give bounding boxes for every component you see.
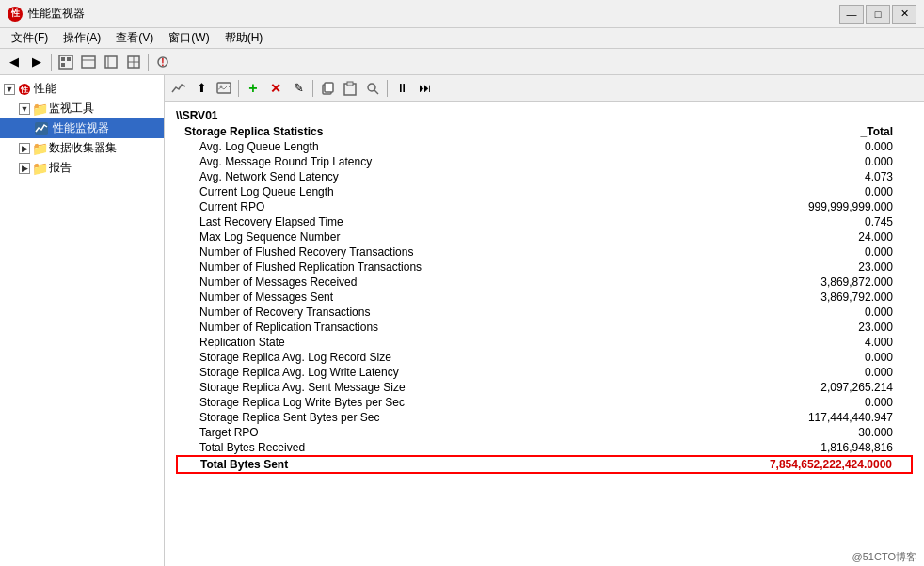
svg-rect-1 <box>61 57 65 61</box>
row-value: 4.000 <box>618 335 912 350</box>
panel-toolbar: ⬆ + ✕ ✎ ⏸ ⏭ <box>165 75 924 102</box>
expand-reports-icon[interactable]: ▶ <box>19 163 30 174</box>
menu-window[interactable]: 窗口(W) <box>161 28 216 48</box>
close-button[interactable]: ✕ <box>892 5 916 24</box>
image-btn[interactable] <box>214 78 234 99</box>
tree-item-monitor-tools[interactable]: ▼ 📁 监视工具 <box>0 99 164 118</box>
search-btn[interactable] <box>362 78 383 99</box>
toolbar-separator-1 <box>51 54 52 71</box>
window-controls: — □ ✕ <box>839 5 916 24</box>
row-name: Number of Replication Transactions <box>177 320 618 335</box>
menu-action[interactable]: 操作(A) <box>56 28 108 48</box>
toolbar-btn-2[interactable] <box>78 52 99 72</box>
table-row: Number of Flushed Replication Transactio… <box>177 259 912 275</box>
toolbar-btn-4[interactable] <box>123 52 144 72</box>
fastforward-btn[interactable]: ⏭ <box>414 78 435 99</box>
table-row: Target RPO30.000 <box>177 425 912 440</box>
panel-sep-2 <box>312 80 313 97</box>
category-header: Storage Replica Statistics <box>177 124 618 139</box>
row-value: 24.000 <box>618 229 912 244</box>
delete-counter-btn[interactable]: ✕ <box>265 78 286 99</box>
expand-monitor-icon[interactable]: ▼ <box>19 103 30 115</box>
expand-datacollector-icon[interactable]: ▶ <box>19 143 30 154</box>
row-value: 7,854,652,222,424.0000 <box>618 456 912 473</box>
row-name: Number of Flushed Recovery Transactions <box>177 244 618 259</box>
row-name: Current RPO <box>177 199 618 214</box>
tree-root-performance[interactable]: ▼ 性 性能 <box>0 79 164 99</box>
table-row: Total Bytes Received1,816,948,816 <box>177 440 912 456</box>
row-value: 30.000 <box>618 425 912 440</box>
paste-btn[interactable] <box>340 78 360 99</box>
window-title: 性能监视器 <box>28 6 839 22</box>
row-name: Last Recovery Elapsed Time <box>177 214 618 229</box>
table-row: Replication State4.000 <box>177 335 912 350</box>
table-row: Number of Replication Transactions23.000 <box>177 320 912 335</box>
add-counter-btn[interactable]: + <box>243 78 263 99</box>
copy-btn[interactable] <box>317 78 338 99</box>
monitor-tools-icon: 📁 <box>32 102 47 117</box>
table-row: Storage Replica Avg. Log Write Latency0.… <box>177 365 912 380</box>
chart-type-btn[interactable] <box>168 78 189 99</box>
row-value: 117,444,440.947 <box>618 410 912 425</box>
table-row: Storage Replica Sent Bytes per Sec117,44… <box>177 410 912 425</box>
forward-button[interactable]: ▶ <box>26 52 47 72</box>
row-value: 2,097,265.214 <box>618 380 912 395</box>
data-collector-icon: 📁 <box>32 141 47 156</box>
row-name: Number of Messages Sent <box>177 290 618 305</box>
tree-perfmon-label: 性能监视器 <box>53 120 109 136</box>
menu-view[interactable]: 查看(V) <box>108 28 161 48</box>
maximize-button[interactable]: □ <box>866 5 890 24</box>
svg-point-22 <box>368 84 375 91</box>
row-value: 0.000 <box>618 139 912 154</box>
minimize-button[interactable]: — <box>839 5 864 24</box>
row-name: Storage Replica Avg. Sent Message Size <box>177 380 618 395</box>
row-name: Total Bytes Sent <box>177 456 618 473</box>
title-bar: 性 性能监视器 — □ ✕ <box>0 0 924 28</box>
table-row: Number of Messages Sent3,869,792.000 <box>177 290 912 305</box>
table-row: Avg. Message Round Trip Latency0.000 <box>177 154 912 169</box>
menu-bar: 文件(F) 操作(A) 查看(V) 窗口(W) 帮助(H) <box>0 28 924 49</box>
row-value: 0.000 <box>618 350 912 365</box>
row-name: Total Bytes Received <box>177 440 618 456</box>
row-name: Avg. Log Queue Length <box>177 139 618 154</box>
performance-icon: 性 <box>17 82 32 97</box>
svg-text:性: 性 <box>20 86 29 94</box>
svg-rect-16 <box>217 83 231 93</box>
row-name: Number of Recovery Transactions <box>177 305 618 320</box>
row-value: 3,869,872.000 <box>618 275 912 290</box>
stats-table: Storage Replica Statistics _Total Avg. L… <box>176 124 913 474</box>
left-panel: ▼ 性 性能 ▼ 📁 监视工具 性能监视器 ▶ 📁 数据收集器集 ▶ <box>0 75 165 566</box>
table-row: Avg. Log Queue Length0.000 <box>177 139 912 154</box>
table-row: Number of Recovery Transactions0.000 <box>177 305 912 320</box>
toolbar-btn-5[interactable]: ! <box>152 52 173 72</box>
row-value: 0.745 <box>618 214 912 229</box>
main-toolbar: ◀ ▶ ! <box>0 49 924 75</box>
up-btn[interactable]: ⬆ <box>191 78 212 99</box>
edit-counter-btn[interactable]: ✎ <box>288 78 309 99</box>
back-button[interactable]: ◀ <box>4 52 24 72</box>
panel-sep-1 <box>238 80 239 97</box>
svg-rect-3 <box>61 63 65 67</box>
row-value: 23.000 <box>618 320 912 335</box>
tree-item-reports[interactable]: ▶ 📁 报告 <box>0 158 164 178</box>
tree-item-data-collector[interactable]: ▶ 📁 数据收集器集 <box>0 138 164 158</box>
svg-rect-21 <box>347 82 353 86</box>
svg-rect-4 <box>82 56 95 68</box>
toolbar-btn-1[interactable] <box>56 52 76 72</box>
pause-btn[interactable]: ⏸ <box>391 78 412 99</box>
tree-item-perfmon[interactable]: 性能监视器 <box>0 118 164 138</box>
row-name: Number of Flushed Replication Transactio… <box>177 259 618 275</box>
expand-performance-icon[interactable]: ▼ <box>4 84 15 95</box>
row-name: Max Log Sequence Number <box>177 229 618 244</box>
svg-line-23 <box>374 90 378 94</box>
row-value: 0.000 <box>618 154 912 169</box>
total-header: _Total <box>618 124 912 139</box>
watermark: @51CTO博客 <box>845 548 924 566</box>
menu-file[interactable]: 文件(F) <box>4 28 56 48</box>
table-row: Current Log Queue Length0.000 <box>177 184 912 199</box>
row-name: Replication State <box>177 335 618 350</box>
reports-icon: 📁 <box>32 161 47 176</box>
menu-help[interactable]: 帮助(H) <box>217 28 271 48</box>
row-name: Number of Messages Received <box>177 275 618 290</box>
toolbar-btn-3[interactable] <box>101 52 121 72</box>
